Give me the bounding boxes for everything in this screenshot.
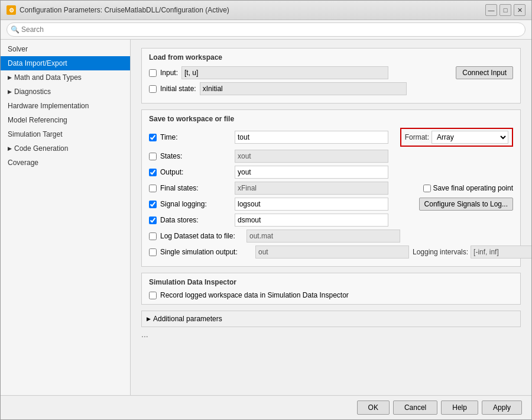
final-states-row: Final states: Save final operating point (149, 182, 513, 195)
input-label: Input: (160, 69, 178, 77)
format-group: Format: Array Structure Structure with t… (400, 128, 513, 147)
states-row: States: (149, 150, 513, 163)
save-final-label: Save final operating point (433, 184, 513, 192)
save-final-right: Save final operating point (423, 184, 513, 192)
load-from-workspace-section: Load from workspace Input: Connect Input (141, 48, 521, 104)
window-title: Configuration Parameters: CruiseMatlabDL… (20, 6, 229, 14)
time-checkbox[interactable] (149, 134, 157, 141)
sidebar: Solver Data Import/Export ▶ Math and Dat… (1, 40, 131, 395)
format-group-wrapper: Format: Array Structure Structure with t… (400, 128, 513, 147)
initial-state-row: Initial state: (149, 82, 513, 95)
content-area: Load from workspace Input: Connect Input (131, 40, 531, 395)
app-icon: ⚙ (7, 5, 16, 15)
save-final-checkbox[interactable] (423, 185, 431, 192)
configure-signals-button[interactable]: Configure Signals to Log... (419, 198, 513, 211)
log-dataset-left: Log Dataset data to file: (149, 230, 513, 243)
final-states-field[interactable] (235, 182, 388, 195)
format-label: Format: (405, 133, 429, 141)
single-sim-left: Single simulation output: (149, 245, 409, 259)
final-states-checkbox[interactable] (149, 185, 157, 192)
sidebar-item-diagnostics[interactable]: ▶ Diagnostics (1, 85, 130, 99)
search-input[interactable] (7, 22, 525, 37)
search-wrapper: 🔍 (7, 22, 525, 37)
log-dataset-label: Log Dataset data to file: (160, 232, 243, 240)
input-field[interactable] (181, 66, 388, 79)
states-checkbox[interactable] (149, 153, 157, 160)
sidebar-item-model-referencing[interactable]: Model Referencing (1, 113, 130, 127)
help-button[interactable]: Help (441, 400, 478, 415)
title-bar: ⚙ Configuration Parameters: CruiseMatlab… (1, 1, 531, 20)
output-checkbox[interactable] (149, 169, 157, 176)
title-controls: — □ ✕ (485, 4, 525, 16)
additional-params-section[interactable]: ▶ Additional parameters (141, 311, 521, 327)
additional-arrow-icon: ▶ (147, 316, 151, 322)
sidebar-item-solver[interactable]: Solver (1, 42, 130, 56)
logging-intervals-label: Logging intervals: (413, 248, 468, 256)
arrow-icon: ▶ (8, 89, 12, 95)
close-button[interactable]: ✕ (514, 4, 525, 16)
apply-button[interactable]: Apply (482, 400, 522, 415)
signal-logging-field[interactable] (235, 198, 388, 211)
logging-intervals-wrapper: Logging intervals: (413, 245, 531, 259)
data-stores-left: Data stores: (149, 214, 513, 227)
log-dataset-checkbox[interactable] (149, 232, 157, 240)
sidebar-item-math-data-types[interactable]: ▶ Math and Data Types (1, 70, 130, 85)
initial-state-field[interactable] (200, 82, 407, 95)
record-label: Record logged workspace data in Simulati… (160, 291, 349, 299)
logging-intervals-group: Logging intervals: (413, 245, 531, 259)
main-content: Solver Data Import/Export ▶ Math and Dat… (1, 40, 531, 395)
search-icon: 🔍 (11, 25, 20, 34)
output-label: Output: (160, 168, 231, 176)
input-checkbox[interactable] (149, 69, 157, 77)
single-sim-checkbox[interactable] (149, 248, 157, 256)
time-label: Time: (160, 133, 231, 141)
minimize-button[interactable]: — (485, 4, 497, 16)
data-stores-row: Data stores: (149, 214, 513, 227)
record-row: Record logged workspace data in Simulati… (149, 291, 513, 299)
initial-state-checkbox[interactable] (149, 85, 157, 93)
signal-logging-checkbox[interactable] (149, 201, 157, 208)
input-left: Input: (149, 66, 452, 79)
load-section-title: Load from workspace (149, 53, 513, 62)
sim-data-section-title: Simulation Data Inspector (149, 278, 513, 286)
data-stores-label: Data stores: (160, 216, 231, 224)
log-dataset-row: Log Dataset data to file: (149, 230, 513, 243)
ok-button[interactable]: OK (357, 400, 390, 415)
time-left: Time: (149, 131, 397, 144)
sidebar-item-simulation-target[interactable]: Simulation Target (1, 127, 130, 141)
footer: OK Cancel Help Apply (1, 395, 531, 419)
output-left: Output: (149, 166, 513, 179)
search-bar: 🔍 (1, 20, 531, 40)
final-states-left: Final states: (149, 182, 420, 195)
signal-logging-label: Signal logging: (160, 200, 231, 208)
output-field[interactable] (235, 166, 388, 179)
sidebar-item-data-import-export[interactable]: Data Import/Export (1, 56, 130, 70)
single-sim-row: Single simulation output: Logging interv… (149, 245, 513, 259)
cancel-button[interactable]: Cancel (393, 400, 437, 415)
configure-btn-wrapper: Configure Signals to Log... (419, 198, 513, 211)
states-label: States: (160, 152, 231, 160)
single-sim-field[interactable] (255, 245, 409, 259)
save-final-group: Save final operating point (423, 184, 513, 192)
sim-data-inspector-section: Simulation Data Inspector Record logged … (141, 273, 521, 305)
record-checkbox[interactable] (149, 292, 157, 299)
single-sim-label: Single simulation output: (160, 248, 252, 256)
main-window: ⚙ Configuration Parameters: CruiseMatlab… (0, 0, 532, 420)
data-stores-field[interactable] (235, 214, 388, 227)
arrow-icon: ▶ (8, 146, 12, 151)
save-section-title: Save to workspace or file (149, 115, 513, 123)
signal-logging-left: Signal logging: (149, 198, 416, 211)
time-field[interactable] (235, 131, 388, 144)
logging-intervals-field[interactable] (471, 245, 531, 259)
states-field[interactable] (235, 150, 388, 163)
sidebar-item-coverage[interactable]: Coverage (1, 156, 130, 170)
states-left: States: (149, 150, 513, 163)
connect-input-button[interactable]: Connect Input (456, 66, 513, 79)
sidebar-item-hardware-implementation[interactable]: Hardware Implementation (1, 99, 130, 113)
initial-state-label: Initial state: (160, 85, 196, 93)
format-select[interactable]: Array Structure Structure with time Data… (432, 131, 508, 144)
data-stores-checkbox[interactable] (149, 217, 157, 224)
log-dataset-field[interactable] (246, 230, 400, 243)
sidebar-item-code-generation[interactable]: ▶ Code Generation (1, 141, 130, 156)
maximize-button[interactable]: □ (499, 4, 511, 16)
